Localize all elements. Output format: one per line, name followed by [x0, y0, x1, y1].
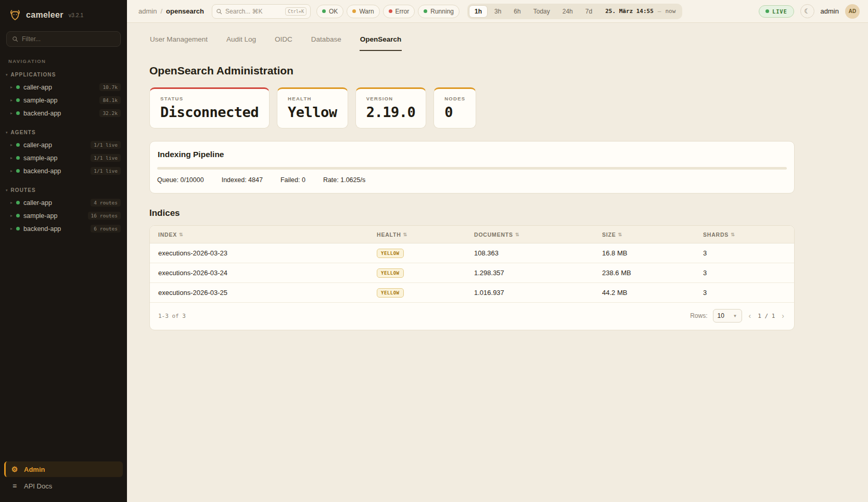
- avatar[interactable]: AD: [845, 4, 860, 19]
- section-header-applications[interactable]: ▾ APPLICATIONS: [0, 70, 127, 81]
- time-range-3h[interactable]: 3h: [489, 5, 507, 18]
- filter-input[interactable]: [22, 35, 115, 43]
- status-dot: [16, 98, 20, 102]
- time-range-today[interactable]: Today: [528, 5, 556, 18]
- sidebar-item-caller-app-agent[interactable]: ▸ caller-app 1/1 live: [0, 138, 127, 151]
- column-header-documents[interactable]: DOCUMENTS ⇅: [474, 231, 602, 238]
- indices-table: INDEX ⇅ HEALTH ⇅ DOCUMENTS ⇅ SIZE ⇅: [149, 225, 795, 330]
- status-dot: [16, 214, 20, 217]
- status-dot: [16, 143, 20, 147]
- tab-oidc[interactable]: OIDC: [274, 31, 293, 51]
- sort-icon: ⇅: [515, 232, 519, 237]
- section-header-routes[interactable]: ▾ ROUTES: [0, 186, 127, 196]
- sidebar-item-caller-app[interactable]: ▸ caller-app 10.7k: [0, 81, 127, 94]
- column-header-health[interactable]: HEALTH ⇅: [377, 231, 474, 238]
- sidebar-item-backend-app-agent[interactable]: ▸ backend-app 1/1 live: [0, 164, 127, 177]
- user-name: admin: [821, 7, 839, 15]
- pipeline-stats: Queue: 0/10000 Indexed: 4847 Failed: 0 R…: [157, 176, 787, 184]
- rows-per-page-value: 10: [718, 312, 724, 319]
- tab-user-management[interactable]: User Management: [149, 31, 208, 51]
- datetime-text: 25. März 14:55: [605, 8, 654, 15]
- stat-value: Yellow: [288, 104, 337, 120]
- cell-documents: 1.016.937: [474, 289, 602, 297]
- search-input[interactable]: [225, 8, 282, 15]
- stat-card-nodes: NODES 0: [433, 87, 476, 128]
- sort-icon: ⇅: [179, 232, 183, 237]
- nav-section-routes: ▾ ROUTES ▸ caller-app 4 routes ▸ sample-…: [0, 186, 127, 235]
- filter-running-button[interactable]: Running: [418, 5, 459, 18]
- breadcrumb-admin[interactable]: admin: [138, 7, 157, 15]
- global-search[interactable]: Ctrl+K: [212, 4, 311, 19]
- stat-value: Disconnected: [160, 104, 259, 120]
- sidebar-item-caller-app-routes[interactable]: ▸ caller-app 4 routes: [0, 196, 127, 209]
- tab-audit-log[interactable]: Audit Log: [226, 31, 257, 51]
- ok-dot-icon: [322, 9, 326, 13]
- stat-card-version: VERSION 2.19.0: [355, 87, 427, 128]
- pipeline-queue: Queue: 0/10000: [157, 176, 204, 184]
- time-range-1h[interactable]: 1h: [469, 5, 488, 18]
- sidebar-item-backend-app-routes[interactable]: ▸ backend-app 6 routes: [0, 222, 127, 235]
- time-range-24h[interactable]: 24h: [557, 5, 579, 18]
- sidebar-item-badge: 1/1 live: [91, 141, 121, 149]
- cameleer-logo-icon: [8, 8, 22, 22]
- chevron-right-icon: ▸: [10, 111, 12, 115]
- sidebar-filter[interactable]: [6, 31, 121, 47]
- sidebar-item-label: Admin: [24, 466, 45, 473]
- breadcrumb-opensearch[interactable]: opensearch: [166, 7, 204, 15]
- page-title: OpenSearch Administration: [149, 65, 868, 77]
- rows-per-page-label: Rows:: [690, 312, 707, 319]
- now-text: now: [665, 8, 675, 15]
- column-header-index[interactable]: INDEX ⇅: [158, 231, 377, 238]
- pipeline-title: Indexing Pipeline: [158, 150, 787, 159]
- column-header-size[interactable]: SIZE ⇅: [602, 231, 703, 238]
- cell-size: 16.8 MB: [602, 249, 703, 257]
- sidebar-item-api-docs[interactable]: ≡ API Docs: [4, 478, 123, 494]
- caret-down-icon: ▾: [6, 131, 8, 135]
- filter-ok-button[interactable]: OK: [316, 5, 343, 18]
- stat-label: VERSION: [366, 96, 416, 101]
- live-label: LIVE: [772, 8, 787, 15]
- nav-section-applications: ▾ APPLICATIONS ▸ caller-app 10.7k ▸ samp…: [0, 70, 127, 120]
- live-toggle-button[interactable]: LIVE: [759, 5, 794, 18]
- sidebar-item-backend-app[interactable]: ▸ backend-app 32.2k: [0, 107, 127, 120]
- column-header-shards[interactable]: SHARDS ⇅: [703, 231, 786, 238]
- rows-per-page-select[interactable]: 10 ▼: [713, 309, 742, 323]
- table-row: executions-2026-03-23 YELLOW 108.363 16.…: [150, 243, 794, 263]
- main-area: admin / opensearch Ctrl+K OK Warn: [127, 0, 868, 502]
- sort-icon: ⇅: [618, 232, 622, 237]
- sidebar-item-sample-app[interactable]: ▸ sample-app 84.1k: [0, 94, 127, 107]
- cell-index: executions-2026-03-23: [158, 249, 377, 257]
- chevron-right-icon: ▸: [10, 156, 12, 160]
- topbar: admin / opensearch Ctrl+K OK Warn: [127, 0, 868, 23]
- sidebar-item-badge: 16 routes: [88, 212, 121, 220]
- warn-dot-icon: [352, 9, 356, 13]
- sidebar-item-label: caller-app: [23, 199, 87, 207]
- sidebar-item-admin[interactable]: ⚙ Admin: [4, 461, 123, 477]
- brand-logo[interactable]: cameleer v3.2.1: [0, 0, 127, 29]
- tab-database[interactable]: Database: [311, 31, 342, 51]
- health-badge: YELLOW: [377, 268, 404, 278]
- stat-card-status: STATUS Disconnected: [149, 87, 270, 128]
- moon-icon: ☾: [804, 7, 810, 15]
- tab-opensearch[interactable]: OpenSearch: [360, 31, 402, 51]
- dark-mode-toggle[interactable]: ☾: [800, 4, 814, 18]
- prev-page-button[interactable]: ‹: [747, 312, 753, 320]
- cell-shards: 3: [703, 269, 786, 277]
- status-dot: [16, 201, 20, 204]
- stat-label: STATUS: [160, 96, 259, 101]
- page-indicator: 1 / 1: [758, 313, 775, 319]
- sort-icon: ⇅: [731, 232, 735, 237]
- sidebar-item-sample-app-agent[interactable]: ▸ sample-app 1/1 live: [0, 151, 127, 164]
- next-page-button[interactable]: ›: [780, 312, 786, 320]
- filter-error-button[interactable]: Error: [383, 5, 415, 18]
- time-range-display[interactable]: 25. März 14:55 — now: [605, 8, 675, 15]
- time-range-6h[interactable]: 6h: [508, 5, 526, 18]
- section-header-agents[interactable]: ▾ AGENTS: [0, 128, 127, 138]
- sidebar-item-label: backend-app: [23, 225, 87, 233]
- search-icon: [216, 8, 222, 15]
- time-range-7d[interactable]: 7d: [580, 5, 598, 18]
- stats-row: STATUS Disconnected HEALTH Yellow VERSIO…: [149, 87, 868, 128]
- sidebar-item-sample-app-routes[interactable]: ▸ sample-app 16 routes: [0, 209, 127, 222]
- filter-warn-button[interactable]: Warn: [347, 5, 379, 18]
- sidebar-item-badge: 84.1k: [99, 96, 121, 104]
